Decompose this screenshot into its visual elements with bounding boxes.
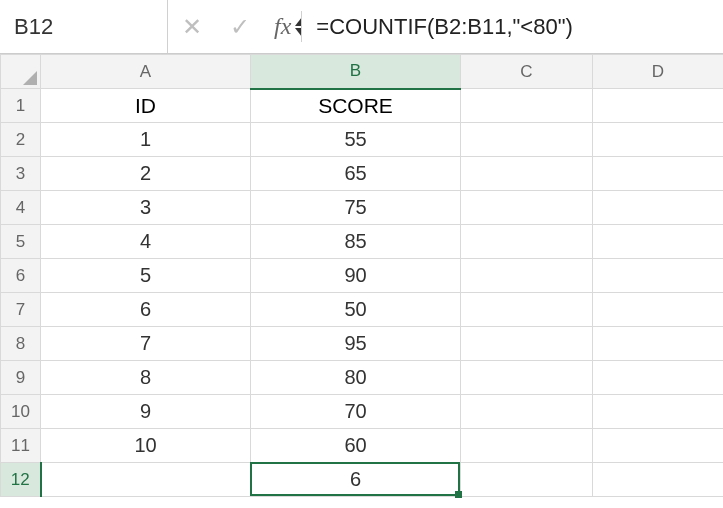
row-2: 2155 <box>1 123 724 157</box>
cell-D3[interactable] <box>593 157 724 191</box>
cell-C11[interactable] <box>461 429 593 463</box>
row-header-1[interactable]: 1 <box>1 89 41 123</box>
cell-C4[interactable] <box>461 191 593 225</box>
cell-D6[interactable] <box>593 259 724 293</box>
cell-B7[interactable]: 50 <box>251 293 461 327</box>
cell-A3[interactable]: 2 <box>41 157 251 191</box>
column-header-row: A B C D <box>1 55 724 89</box>
cell-A8[interactable]: 7 <box>41 327 251 361</box>
cell-D1[interactable] <box>593 89 724 123</box>
cell-A7[interactable]: 6 <box>41 293 251 327</box>
formula-bar: ✕ ✓ fx <box>0 0 723 54</box>
row-header-10[interactable]: 10 <box>1 395 41 429</box>
select-all-corner[interactable] <box>1 55 41 89</box>
x-icon: ✕ <box>182 13 202 41</box>
cell-B11[interactable]: 60 <box>251 429 461 463</box>
worksheet: A B C D 1 ID SCORE 2155 3265 4375 5485 6… <box>0 54 723 497</box>
cell-C12[interactable] <box>461 463 593 497</box>
cell-D5[interactable] <box>593 225 724 259</box>
col-header-A[interactable]: A <box>41 55 251 89</box>
cell-C1[interactable] <box>461 89 593 123</box>
cell-A12[interactable] <box>41 463 251 497</box>
cell-A11[interactable]: 10 <box>41 429 251 463</box>
col-header-C[interactable]: C <box>461 55 593 89</box>
cell-B6[interactable]: 90 <box>251 259 461 293</box>
cell-D9[interactable] <box>593 361 724 395</box>
row-4: 4375 <box>1 191 724 225</box>
row-10: 10970 <box>1 395 724 429</box>
row-header-8[interactable]: 8 <box>1 327 41 361</box>
cell-C8[interactable] <box>461 327 593 361</box>
cell-B3[interactable]: 65 <box>251 157 461 191</box>
row-header-9[interactable]: 9 <box>1 361 41 395</box>
row-header-11[interactable]: 11 <box>1 429 41 463</box>
namebox-container <box>0 0 168 53</box>
row-7: 7650 <box>1 293 724 327</box>
cell-D2[interactable] <box>593 123 724 157</box>
check-icon: ✓ <box>230 13 250 41</box>
grid: A B C D 1 ID SCORE 2155 3265 4375 5485 6… <box>0 54 723 497</box>
row-6: 6590 <box>1 259 724 293</box>
cell-C3[interactable] <box>461 157 593 191</box>
cell-A2[interactable]: 1 <box>41 123 251 157</box>
cell-D12[interactable] <box>593 463 724 497</box>
cell-B5[interactable]: 85 <box>251 225 461 259</box>
cell-C6[interactable] <box>461 259 593 293</box>
cell-B2[interactable]: 55 <box>251 123 461 157</box>
row-11: 111060 <box>1 429 724 463</box>
cell-B4[interactable]: 75 <box>251 191 461 225</box>
cell-C5[interactable] <box>461 225 593 259</box>
cell-C10[interactable] <box>461 395 593 429</box>
cell-D10[interactable] <box>593 395 724 429</box>
cell-D11[interactable] <box>593 429 724 463</box>
confirm-formula-button[interactable]: ✓ <box>216 0 264 53</box>
cell-A1[interactable]: ID <box>41 89 251 123</box>
cell-B1[interactable]: SCORE <box>251 89 461 123</box>
row-9: 9880 <box>1 361 724 395</box>
row-header-12[interactable]: 12 <box>1 463 41 497</box>
cell-A10[interactable]: 9 <box>41 395 251 429</box>
row-8: 8795 <box>1 327 724 361</box>
cell-B8[interactable]: 95 <box>251 327 461 361</box>
cell-B10[interactable]: 70 <box>251 395 461 429</box>
row-1: 1 ID SCORE <box>1 89 724 123</box>
cell-A4[interactable]: 3 <box>41 191 251 225</box>
cell-D8[interactable] <box>593 327 724 361</box>
row-header-3[interactable]: 3 <box>1 157 41 191</box>
col-header-D[interactable]: D <box>593 55 724 89</box>
cell-D4[interactable] <box>593 191 724 225</box>
cell-B12[interactable]: 6 <box>251 463 461 497</box>
row-header-5[interactable]: 5 <box>1 225 41 259</box>
row-5: 5485 <box>1 225 724 259</box>
cancel-formula-button[interactable]: ✕ <box>168 0 216 53</box>
cell-C7[interactable] <box>461 293 593 327</box>
row-header-2[interactable]: 2 <box>1 123 41 157</box>
cell-A9[interactable]: 8 <box>41 361 251 395</box>
cell-D7[interactable] <box>593 293 724 327</box>
fx-label[interactable]: fx <box>264 11 302 43</box>
row-3: 3265 <box>1 157 724 191</box>
row-header-4[interactable]: 4 <box>1 191 41 225</box>
row-12: 12 6 <box>1 463 724 497</box>
cell-B9[interactable]: 80 <box>251 361 461 395</box>
row-header-7[interactable]: 7 <box>1 293 41 327</box>
cell-A6[interactable]: 5 <box>41 259 251 293</box>
cell-C9[interactable] <box>461 361 593 395</box>
col-header-B[interactable]: B <box>251 55 461 89</box>
cell-A5[interactable]: 4 <box>41 225 251 259</box>
row-header-6[interactable]: 6 <box>1 259 41 293</box>
formula-input[interactable] <box>302 13 715 41</box>
cell-C2[interactable] <box>461 123 593 157</box>
